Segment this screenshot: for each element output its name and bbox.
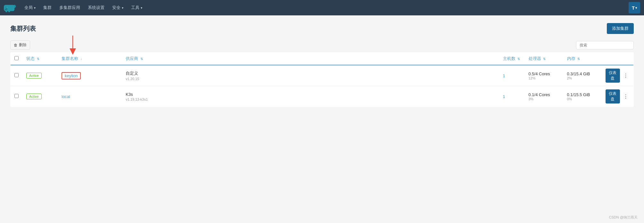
row1-actions: 仪表盘 ⋮ [606, 69, 630, 83]
user-avatar[interactable]: T ▾ [629, 2, 640, 13]
provider-name: K3s [126, 92, 495, 97]
table-row: Active keylion 自定义 v1.20.15 1 0.5/4 Core… [11, 65, 634, 86]
cluster-name-link[interactable]: keylion [62, 72, 81, 79]
host-count[interactable]: 1 [503, 73, 505, 78]
memory-value: 0.1/15.5 GiB [567, 92, 598, 97]
provider-version: v1.19.13-k3s1 [126, 97, 495, 101]
row1-memory-cell: 0.3/15.4 GiB 2% [563, 65, 602, 86]
add-cluster-button[interactable]: 添加集群 [607, 23, 634, 34]
chevron-down-icon: ▾ [141, 6, 142, 10]
col-header-hosts[interactable]: 主机数 ⇅ [499, 53, 525, 65]
svg-point-2 [14, 5, 16, 7]
col-header-actions [602, 53, 634, 65]
navbar: 全局 ▾ 集群 多集群应用 系统设置 安全 ▾ 工具 ▾ T ▾ [0, 0, 644, 15]
row2-checkbox[interactable] [14, 94, 19, 98]
row2-memory-cell: 0.1/15.5 GiB 0% [563, 86, 602, 107]
row1-provider-cell: 自定义 v1.20.15 [122, 65, 499, 86]
memory-percent: 2% [567, 76, 598, 80]
svg-rect-0 [4, 5, 14, 11]
svg-rect-4 [8, 11, 10, 12]
row2-name-cell: local [58, 86, 122, 107]
table-header: 状态 ⇅ 集群名称 ↓ 供应商 ⇅ 主机数 ⇅ [11, 53, 634, 65]
row2-processor-cell: 0.1/4 Cores 3% [525, 86, 563, 107]
search-input[interactable] [576, 41, 634, 49]
row1-status-cell: Active [22, 65, 58, 86]
sort-icon-processor: ⇅ [543, 57, 546, 61]
provider-version: v1.20.15 [126, 77, 495, 81]
row1-hosts-cell: 1 [499, 65, 525, 86]
nav-item-cluster[interactable]: 集群 [40, 3, 55, 12]
memory-value: 0.3/15.4 GiB [567, 71, 598, 76]
table-body: Active keylion 自定义 v1.20.15 1 0.5/4 Core… [11, 65, 634, 107]
sort-icon-memory: ⇅ [577, 57, 580, 61]
select-all-header [11, 53, 23, 65]
page-title: 集群列表 [10, 24, 36, 33]
nav-item-security[interactable]: 安全 ▾ [109, 3, 127, 12]
col-header-provider[interactable]: 供应商 ⇅ [122, 53, 499, 65]
sort-icon-provider: ⇅ [140, 57, 143, 61]
chevron-down-icon: ▾ [34, 6, 36, 10]
dashboard-button[interactable]: 仪表盘 [606, 69, 620, 83]
nav-item-system-settings[interactable]: 系统设置 [85, 3, 108, 12]
nav-item-global[interactable]: 全局 ▾ [21, 3, 39, 12]
row1-processor-cell: 0.5/4 Cores 12% [525, 65, 563, 86]
status-badge: Active [26, 94, 42, 99]
svg-point-6 [7, 7, 7, 8]
more-options-button[interactable]: ⋮ [622, 72, 630, 79]
row2-provider-cell: K3s v1.19.13-k3s1 [122, 86, 499, 107]
col-header-name[interactable]: 集群名称 ↓ [58, 53, 122, 65]
avatar-chevron: ▾ [635, 6, 637, 10]
processor-value: 0.5/4 Cores [529, 71, 559, 76]
dashboard-button[interactable]: 仪表盘 [606, 89, 620, 103]
row1-name-cell: keylion [58, 65, 122, 86]
sort-icon-hosts: ⇅ [517, 57, 520, 61]
col-header-memory[interactable]: 内存 ⇅ [563, 53, 602, 65]
nav-item-tools[interactable]: 工具 ▾ [128, 3, 146, 12]
host-count[interactable]: 1 [503, 94, 505, 99]
toolbar: 🗑 删除 [10, 40, 634, 50]
row2-actions: 仪表盘 ⋮ [606, 89, 630, 103]
main-content: 集群列表 添加集群 🗑 删除 [0, 15, 644, 115]
sort-icon-status: ⇅ [37, 57, 39, 61]
nav-item-multi-cluster-app[interactable]: 多集群应用 [56, 3, 83, 12]
table-wrapper: 状态 ⇅ 集群名称 ↓ 供应商 ⇅ 主机数 ⇅ [10, 52, 634, 107]
cluster-name-link[interactable]: local [62, 94, 70, 99]
col-header-status[interactable]: 状态 ⇅ [22, 53, 58, 65]
processor-percent: 3% [529, 97, 559, 101]
row2-status-cell: Active [22, 86, 58, 107]
chevron-down-icon: ▾ [122, 6, 123, 10]
row2-checkbox-cell [11, 86, 23, 107]
navbar-right: T ▾ [629, 2, 640, 13]
svg-point-7 [5, 9, 8, 10]
row1-checkbox[interactable] [14, 73, 19, 77]
provider-name: 自定义 [126, 70, 495, 76]
row1-checkbox-cell [11, 65, 23, 86]
processor-percent: 12% [529, 76, 559, 80]
cluster-table: 状态 ⇅ 集群名称 ↓ 供应商 ⇅ 主机数 ⇅ [10, 52, 634, 107]
table-row: Active local K3s v1.19.13-k3s1 1 0.1/4 C… [11, 86, 634, 107]
row2-actions-cell: 仪表盘 ⋮ [602, 86, 634, 107]
status-badge: Active [26, 73, 42, 78]
page-header: 集群列表 添加集群 [10, 23, 634, 34]
logo[interactable] [4, 3, 17, 13]
select-all-checkbox[interactable] [14, 56, 19, 60]
processor-value: 0.1/4 Cores [529, 92, 559, 97]
more-options-button[interactable]: ⋮ [622, 93, 630, 100]
svg-rect-3 [5, 11, 7, 12]
trash-icon: 🗑 [14, 43, 18, 47]
row2-hosts-cell: 1 [499, 86, 525, 107]
col-header-processor[interactable]: 处理器 ⇅ [525, 53, 563, 65]
navbar-left: 全局 ▾ 集群 多集群应用 系统设置 安全 ▾ 工具 ▾ [4, 3, 146, 13]
row1-actions-cell: 仪表盘 ⋮ [602, 65, 634, 86]
delete-button[interactable]: 🗑 删除 [10, 40, 30, 50]
svg-point-5 [6, 7, 7, 8]
sort-icon-name: ↓ [80, 57, 82, 61]
memory-percent: 0% [567, 97, 598, 101]
